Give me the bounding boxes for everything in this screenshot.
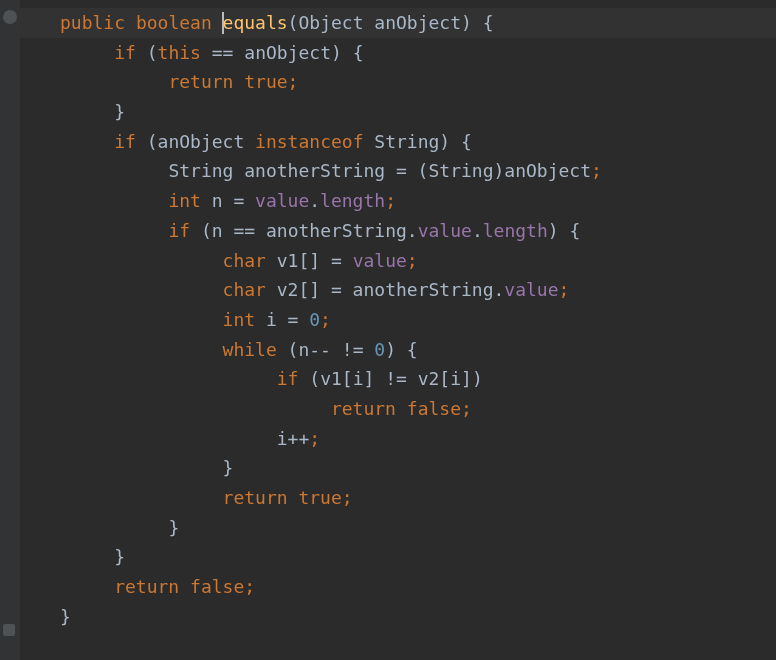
token-paren: } [60,606,71,627]
token-ident: i = [255,309,309,330]
code-line[interactable]: } [60,602,776,632]
indent [60,517,168,538]
token-num: 0 [309,309,320,330]
code-line[interactable]: } [60,513,776,543]
token-field: length [483,220,548,241]
indent [60,190,168,211]
token-paren: { [353,42,364,63]
indent [60,131,114,152]
token-semicolon: ; [385,190,396,211]
indent [60,368,277,389]
code-line[interactable]: if (v1[i] != v2[i]) [60,364,776,394]
token-paren: ( [309,368,320,389]
token-op: == [212,42,234,63]
indent [60,309,223,330]
code-line[interactable]: i++; [60,424,776,454]
token-ident: n = [201,190,255,211]
code-editor[interactable]: public boolean equals(Object anObject) {… [0,8,776,631]
token-paren: ) [472,368,483,389]
token-paren: } [114,101,125,122]
token-paren: ( [147,42,158,63]
indent [60,339,223,360]
code-line[interactable]: if (n == anotherString.value.length) { [60,216,776,246]
token-kw: char [223,279,266,300]
token-kw: int [168,190,201,211]
token-ident: anObject [244,42,331,63]
token-paren: ) [331,42,342,63]
code-line[interactable]: } [60,97,776,127]
token-kw: public [60,12,125,33]
token-ident: n [212,220,234,241]
token-kw: boolean [136,12,212,33]
text-cursor [222,12,224,34]
indent [60,160,168,181]
code-line[interactable]: public boolean equals(Object anObject) { [60,8,776,38]
token-this: this [158,42,201,63]
token-ident: String anotherString = (String)anObject [168,160,591,181]
token-field: value [353,250,407,271]
token-ident: v2[i] [407,368,472,389]
token-kw: if [114,42,136,63]
indent [60,250,223,271]
token-paren: ( [288,339,299,360]
indent [60,398,331,419]
token-ident: n-- [298,339,341,360]
token-paren: ) [385,339,396,360]
token-paren: ) [439,131,450,152]
token-semicolon: ; [309,428,320,449]
token-kw: char [223,250,266,271]
token-ident: . [472,220,483,241]
token-op: != [342,339,364,360]
code-line[interactable]: if (anObject instanceof String) { [60,127,776,157]
token-semicolon: ; [320,309,331,330]
indent [60,220,168,241]
token-paren: { [407,339,418,360]
token-paren: } [168,517,179,538]
code-line[interactable]: return false; [60,394,776,424]
token-method-decl: equals [223,12,288,33]
token-ident: anotherString. [255,220,418,241]
token-ident: String [363,131,439,152]
code-line[interactable]: char v2[] = anotherString.value; [60,275,776,305]
token-kw: return false [114,576,244,597]
token-ident: Object anObject [298,12,461,33]
code-line[interactable]: return true; [60,483,776,513]
token-semicolon: ; [407,250,418,271]
indent [60,428,277,449]
code-line[interactable]: int i = 0; [60,305,776,335]
token-kw: if [277,368,299,389]
indent [60,576,114,597]
token-semicolon: ; [244,576,255,597]
code-line[interactable]: } [60,453,776,483]
token-ident: v2[] = anotherString. [266,279,504,300]
indent [60,279,223,300]
token-semicolon: ; [342,487,353,508]
code-line[interactable]: if (this == anObject) { [60,38,776,68]
code-line[interactable]: String anotherString = (String)anObject; [60,156,776,186]
code-line[interactable]: } [60,542,776,572]
token-ident: v1[i] [320,368,385,389]
token-kw: return true [223,487,342,508]
code-line[interactable]: int n = value.length; [60,186,776,216]
code-line[interactable]: return true; [60,67,776,97]
token-paren: { [461,131,472,152]
token-field: length [320,190,385,211]
token-semicolon: ; [461,398,472,419]
indent [60,546,114,567]
indent [60,71,168,92]
token-num: 0 [374,339,385,360]
token-semicolon: ; [591,160,602,181]
indent [60,42,114,63]
token-paren: } [223,457,234,478]
token-semicolon: ; [559,279,570,300]
token-ident: anObject [158,131,256,152]
indent [60,101,114,122]
code-line[interactable]: return false; [60,572,776,602]
token-op: == [233,220,255,241]
token-op: != [385,368,407,389]
code-line[interactable]: while (n-- != 0) { [60,335,776,365]
token-kw: int [223,309,256,330]
code-line[interactable]: char v1[] = value; [60,246,776,276]
token-semicolon: ; [288,71,299,92]
token-paren: ) [461,12,472,33]
